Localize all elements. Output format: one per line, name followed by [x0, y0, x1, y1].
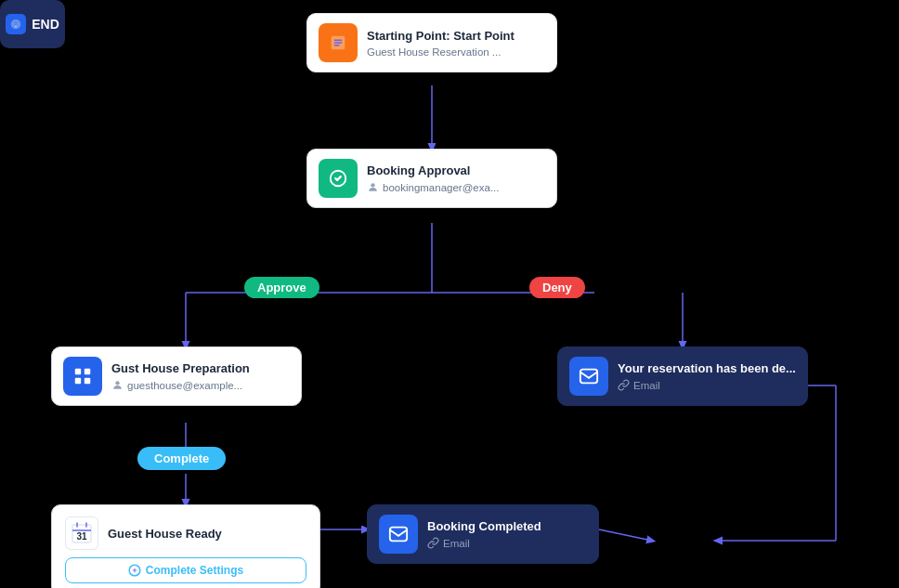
denied-icon [569, 357, 608, 396]
completed-sub: Email [427, 537, 541, 549]
completed-content: Booking Completed Email [427, 519, 541, 549]
complete-settings-label: Complete Settings [146, 564, 243, 577]
gcal-icon: 31 [65, 516, 98, 550]
svg-point-35 [16, 26, 17, 27]
prep-sub: guesthouse@example... [111, 379, 250, 391]
start-content: Starting Point: Start Point Guest House … [367, 29, 515, 58]
denied-content: Your reservation has been de... Email [618, 361, 796, 391]
denied-title: Your reservation has been de... [618, 361, 796, 375]
svg-rect-21 [85, 378, 90, 384]
start-subtitle: Guest House Reservation ... [367, 46, 515, 58]
prep-icon [63, 357, 102, 396]
start-icon [319, 23, 358, 62]
denied-node: Your reservation has been de... Email [557, 346, 808, 406]
end-label: END [32, 17, 59, 32]
prep-node: Gust House Preparation guesthouse@exampl… [51, 346, 302, 406]
prep-content: Gust House Preparation guesthouse@exampl… [111, 361, 250, 391]
approval-sub: bookingmanager@exa... [367, 181, 499, 193]
denied-sub: Email [618, 379, 796, 391]
flow-lines [0, 0, 899, 588]
completed-title: Booking Completed [427, 519, 541, 533]
approval-node: Booking Approval bookingmanager@exa... [306, 149, 557, 208]
complete-settings-button[interactable]: Complete Settings [65, 557, 306, 583]
complete-badge: Complete [137, 447, 226, 470]
flow-canvas: Starting Point: Start Point Guest House … [0, 0, 899, 588]
svg-text:31: 31 [76, 531, 87, 542]
completed-icon [379, 515, 418, 554]
approval-icon [319, 159, 358, 198]
svg-point-17 [371, 183, 374, 187]
prep-title: Gust House Preparation [111, 361, 250, 375]
approve-badge: Approve [244, 277, 319, 298]
svg-line-8 [599, 529, 652, 541]
svg-rect-23 [580, 370, 597, 384]
end-node: END [0, 0, 65, 48]
completed-node: Booking Completed Email [367, 504, 599, 564]
svg-rect-18 [75, 369, 81, 374]
end-icon [6, 14, 26, 34]
ready-title: Guest House Ready [108, 527, 222, 541]
end-inner: END [6, 14, 59, 34]
approval-content: Booking Approval bookingmanager@exa... [367, 163, 499, 193]
start-node: Starting Point: Start Point Guest House … [306, 13, 557, 72]
svg-rect-32 [390, 528, 407, 542]
svg-point-22 [115, 381, 119, 385]
start-title: Starting Point: Start Point [367, 29, 515, 43]
ready-node: 31 Guest House Ready Complete Settings [51, 504, 320, 588]
svg-rect-19 [85, 369, 90, 374]
svg-rect-20 [75, 378, 81, 384]
deny-badge: Deny [529, 277, 585, 298]
approval-title: Booking Approval [367, 163, 499, 177]
ready-top: 31 Guest House Ready [65, 516, 222, 550]
